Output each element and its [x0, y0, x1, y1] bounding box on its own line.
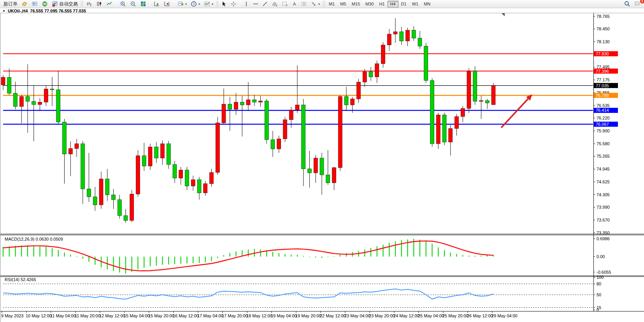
- text-label-button[interactable]: T: [299, 0, 309, 7]
- time-tick-label: 18 May 12:00: [246, 313, 272, 318]
- macd-axis-label: -0.6055: [597, 270, 611, 274]
- chart-canvas[interactable]: 78.76578.45078.13077.81077.49577.17576.8…: [0, 13, 644, 322]
- fibonacci-button[interactable]: F: [280, 0, 290, 7]
- toolbar-grip: [81, 1, 83, 7]
- data-window-button[interactable]: [40, 0, 50, 7]
- candle-body: [473, 71, 477, 101]
- price-level-badge-label: 76.067: [596, 122, 609, 127]
- trendline-icon: [262, 1, 268, 7]
- window-collapse-icon[interactable]: ▼: [2, 9, 5, 13]
- candle-body: [161, 144, 165, 158]
- candle-body: [259, 101, 263, 102]
- elliott-wave-icon: E: [272, 1, 278, 7]
- templates-button[interactable]: ▾: [202, 0, 215, 7]
- svg-text:T: T: [303, 2, 305, 6]
- time-tick-label: 19 May 20:00: [295, 313, 321, 318]
- tab-h4[interactable]: H4: [388, 1, 398, 7]
- toolbar-separator: [116, 1, 116, 7]
- time-tick-label: 29 May 04:00: [491, 313, 518, 318]
- candle-body: [430, 81, 434, 144]
- price-tick-label: 75.265: [597, 154, 610, 158]
- time-tick-label: 10 May 12:00: [26, 313, 52, 318]
- candle-body: [197, 179, 201, 193]
- horizontal-line-button[interactable]: [251, 0, 260, 7]
- auto-scroll-button[interactable]: [152, 0, 162, 7]
- text-icon: A: [292, 1, 297, 7]
- price-level-badge-label: 77.035: [596, 83, 609, 88]
- price-tick-label: 74.625: [597, 179, 610, 184]
- candle-body: [234, 102, 238, 109]
- zoom-out-button[interactable]: [128, 0, 138, 7]
- line-chart-icon: [106, 1, 112, 7]
- svg-text:F: F: [286, 4, 288, 7]
- elliott-wave-button[interactable]: E: [270, 0, 280, 7]
- candle-body: [436, 115, 440, 144]
- text-button[interactable]: A: [290, 0, 299, 7]
- notifications-button[interactable]: 1: [632, 0, 642, 7]
- indicators-button[interactable]: ▾: [175, 0, 189, 7]
- price-tick-label: 73.670: [597, 218, 610, 222]
- price-tick-label: 76.220: [597, 116, 610, 120]
- tab-m1[interactable]: M1: [326, 1, 337, 7]
- new-order-button[interactable]: 新订单: [2, 0, 19, 7]
- candle-body: [277, 139, 281, 149]
- candle-body: [38, 102, 42, 104]
- rsi-indicator-label: RSI(14) 52.4265: [5, 277, 36, 282]
- arrows-icon: [311, 1, 317, 7]
- svg-text:E: E: [276, 4, 277, 7]
- candle-body: [68, 148, 72, 154]
- time-tick-label: 12 May 12:00: [99, 313, 125, 318]
- arrows-button[interactable]: ▾: [309, 0, 322, 7]
- candle-body: [81, 144, 85, 189]
- main-toolbar: 新订单 自动交易 ▾ ▾: [0, 0, 644, 8]
- autotrade-button[interactable]: 自动交易: [50, 0, 80, 7]
- candle-body: [136, 156, 140, 194]
- chart-area[interactable]: 78.76578.45078.13077.81077.49577.17576.8…: [0, 13, 644, 322]
- time-tick-label: 23 May 20:00: [369, 313, 395, 318]
- candle-body: [148, 147, 152, 166]
- search-button[interactable]: [622, 0, 632, 7]
- tab-m5[interactable]: M5: [337, 1, 349, 7]
- zoom-in-button[interactable]: [118, 0, 128, 7]
- candle-body: [461, 109, 465, 117]
- trendline-button[interactable]: [260, 0, 270, 7]
- crosshair-button[interactable]: [229, 0, 238, 7]
- candle-body: [302, 105, 305, 169]
- cursor-button[interactable]: [219, 0, 229, 7]
- vertical-line-button[interactable]: [242, 0, 251, 7]
- price-tick-label: 73.350: [597, 231, 610, 235]
- candle-body: [369, 72, 373, 77]
- chart-shift-button[interactable]: [162, 0, 172, 7]
- tab-d1[interactable]: D1: [398, 1, 409, 7]
- profile-icon: [32, 1, 38, 7]
- periods-button[interactable]: ▾: [189, 0, 202, 7]
- time-tick-label: 17 May 04:00: [197, 313, 223, 318]
- candle-body: [344, 97, 348, 105]
- zoom-out-icon: [130, 1, 136, 7]
- tab-m30[interactable]: M30: [363, 1, 376, 7]
- line-chart-button[interactable]: [104, 0, 114, 7]
- tab-w1[interactable]: W1: [409, 1, 421, 7]
- time-tick-label: 17 May 20:00: [222, 313, 248, 318]
- candle-body: [455, 116, 459, 128]
- time-tick-label: 24 May 12:00: [393, 313, 419, 318]
- fibonacci-icon: F: [282, 1, 288, 7]
- candle-body: [240, 102, 244, 105]
- tab-m15[interactable]: M15: [349, 1, 363, 7]
- tab-mn[interactable]: MN: [421, 1, 433, 7]
- navigator-button[interactable]: [30, 0, 40, 7]
- rsi-line: [3, 289, 493, 299]
- candle-body: [314, 158, 318, 173]
- candle-body: [479, 100, 483, 101]
- candle-body: [118, 200, 121, 216]
- price-tick-label: 77.175: [597, 77, 610, 82]
- candlestick-chart-button[interactable]: [94, 0, 104, 7]
- time-tick-label: 11 May 20:00: [75, 313, 100, 318]
- candle-body: [142, 156, 146, 166]
- market-watch-button[interactable]: [19, 0, 30, 7]
- tile-windows-button[interactable]: [138, 0, 148, 7]
- chart-shift-marker: [502, 13, 505, 16]
- bar-chart-button[interactable]: [84, 0, 94, 7]
- macd-indicator-label: MACD(12,26,9) 0.0630 0.0509: [5, 237, 63, 241]
- tab-h1[interactable]: H1: [376, 1, 387, 7]
